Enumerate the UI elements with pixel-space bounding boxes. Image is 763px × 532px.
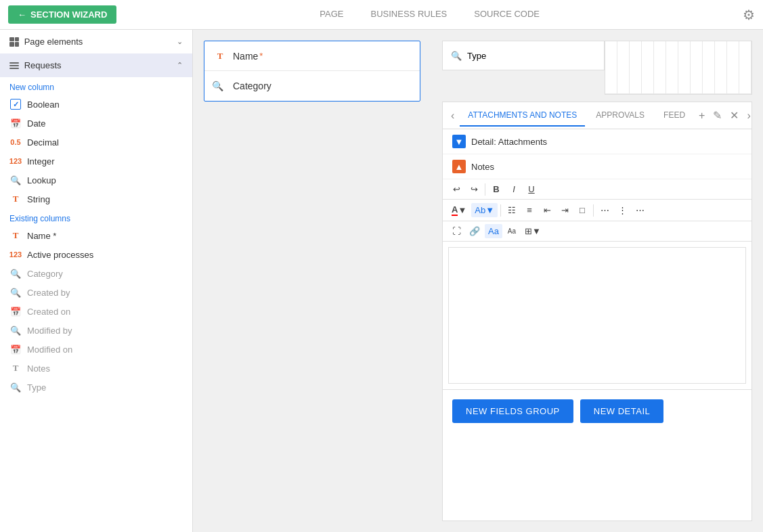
align-center-button[interactable]: ⋮ — [614, 203, 630, 217]
sidebar-item-lookup[interactable]: 🔍 Lookup — [0, 171, 192, 190]
font-size-a-button[interactable]: Aa — [485, 224, 502, 238]
tab-attachments-notes[interactable]: ATTACHMENTS AND NOTES — [460, 105, 585, 127]
chevron-up-icon: ⌃ — [177, 61, 183, 70]
notes-label: Notes — [27, 363, 50, 374]
requests-label: Requests — [24, 60, 62, 70]
tab-source-code[interactable]: SOURCE CODE — [460, 1, 553, 28]
detail-attachments-label: Detail: Attachments — [471, 137, 547, 147]
new-fields-group-button[interactable]: NEW FIELDS GROUP — [452, 399, 573, 423]
undo-button[interactable]: ↩ — [448, 182, 464, 196]
boolean-icon: ✓ — [10, 99, 21, 110]
sidebar-item-decimal[interactable]: 0.5 Decimal — [0, 133, 192, 152]
sidebar-item-date[interactable]: 📅 Date — [0, 114, 192, 133]
image-button[interactable]: ⛶ — [448, 224, 464, 238]
type-icon: 🔍 — [10, 382, 21, 393]
toolbar-separator — [500, 204, 501, 217]
section-wizard-button[interactable]: ← SECTION WIZARD — [8, 5, 116, 24]
sidebar-item-integer[interactable]: 123 Integer — [0, 152, 192, 171]
attachments-collapse-icon: ▼ — [452, 135, 466, 148]
category-icon: 🔍 — [10, 269, 21, 279]
right-panel: 🔍 Type ‹ ATTACH — [431, 30, 763, 532]
font-size-b-button[interactable]: Aa — [504, 225, 520, 237]
align-left-button[interactable]: ⋯ — [596, 203, 613, 217]
type-label: Type — [27, 382, 46, 393]
sidebar-page-elements-header[interactable]: Page elements ⌄ — [0, 30, 192, 53]
active-processes-label: Active processes — [27, 250, 93, 260]
created-by-label: Created by — [27, 288, 70, 298]
type-field-card[interactable]: 🔍 Type — [442, 41, 605, 70]
sidebar-item-boolean[interactable]: ✓ Boolean — [0, 95, 192, 114]
indent-inc-button[interactable]: ⇥ — [557, 203, 573, 217]
string-icon: T — [13, 194, 19, 204]
grid-cell — [678, 41, 691, 94]
settings-icon[interactable]: ⚙ — [743, 7, 755, 23]
indent-dec-button[interactable]: ⇤ — [539, 203, 555, 217]
rich-text-toolbar-row2: A▼ Ab▼ ☷ ≡ ⇤ ⇥ □ ⋯ ⋮ ⋯ — [443, 200, 751, 221]
tab-business-rules[interactable]: BUSINESS RULES — [357, 1, 461, 28]
table-button[interactable]: ⊞▼ — [521, 224, 544, 238]
category-field-row[interactable]: 🔍 Category — [204, 71, 420, 101]
ordered-list-button[interactable]: ☷ — [504, 203, 520, 217]
att-tab-actions: + ✎ ✕ — [696, 106, 741, 125]
tab-page[interactable]: PAGE — [306, 1, 357, 28]
sidebar-item-category[interactable]: 🔍 Category — [0, 264, 192, 283]
notes-row-label: Notes — [471, 162, 494, 172]
sidebar-item-string[interactable]: T String — [0, 190, 192, 208]
grid-placeholder — [605, 41, 752, 95]
date-icon: 📅 — [10, 118, 21, 129]
unordered-list-button[interactable]: ≡ — [521, 203, 538, 217]
hamburger-icon — [9, 62, 19, 69]
grid-cell — [605, 41, 617, 94]
tab-feed[interactable]: FEED — [655, 105, 693, 127]
expand-button[interactable]: □ — [574, 203, 590, 217]
attachments-header: ‹ ATTACHMENTS AND NOTES APPROVALS FEED +… — [443, 102, 751, 129]
decimal-icon: 0.5 — [10, 138, 20, 146]
italic-button[interactable]: I — [506, 182, 522, 196]
toolbar-separator — [485, 183, 485, 196]
date-label: Date — [27, 118, 45, 129]
sidebar-requests-header[interactable]: Requests ⌃ — [0, 53, 192, 77]
created-by-icon: 🔍 — [10, 288, 21, 298]
sidebar-item-name[interactable]: T Name * — [0, 226, 192, 245]
tab-approvals[interactable]: APPROVALS — [588, 105, 653, 127]
sidebar-item-notes[interactable]: T Notes — [0, 359, 192, 378]
name-field-icon: T — [217, 51, 223, 62]
att-close-button[interactable]: ✕ — [727, 106, 741, 125]
detail-attachments-row[interactable]: ▼ Detail: Attachments — [443, 129, 751, 154]
category-field-label: Category — [233, 81, 271, 91]
sidebar-item-active-processes[interactable]: 123 Active processes — [0, 245, 192, 264]
attachments-panel: ‹ ATTACHMENTS AND NOTES APPROVALS FEED +… — [442, 102, 752, 521]
font-color-button[interactable]: A▼ — [448, 202, 470, 218]
redo-button[interactable]: ↪ — [466, 182, 482, 196]
font-bg-button[interactable]: Ab▼ — [471, 203, 498, 217]
att-prev-button[interactable]: ‹ — [448, 107, 457, 125]
toolbar-separator — [593, 204, 594, 217]
decimal-label: Decimal — [27, 137, 59, 148]
bold-button[interactable]: B — [488, 182, 504, 196]
sidebar-item-created-on[interactable]: 📅 Created on — [0, 302, 192, 321]
sidebar-item-type[interactable]: 🔍 Type — [0, 378, 192, 397]
new-detail-button[interactable]: NEW DETAIL — [580, 399, 664, 423]
name-field-row[interactable]: T Name * — [204, 41, 420, 71]
rich-text-toolbar-row3: ⛶ 🔗 Aa Aa ⊞▼ — [443, 221, 751, 242]
modified-by-label: Modified by — [27, 326, 72, 336]
boolean-label: Boolean — [27, 99, 60, 110]
notes-row[interactable]: ▲ Notes — [443, 154, 751, 179]
att-next-button[interactable]: › — [744, 107, 753, 125]
underline-button[interactable]: U — [523, 182, 540, 196]
att-add-button[interactable]: + — [696, 106, 707, 125]
type-row: 🔍 Type — [442, 41, 752, 95]
att-edit-button[interactable]: ✎ — [710, 106, 724, 125]
sidebar-item-modified-on[interactable]: 📅 Modified on — [0, 340, 192, 359]
integer-icon: 123 — [9, 157, 22, 165]
page-elements-label: Page elements — [24, 37, 83, 47]
align-right-button[interactable]: ⋯ — [632, 203, 648, 217]
string-label: String — [27, 194, 50, 204]
grid-cell — [715, 41, 727, 94]
sidebar-item-created-by[interactable]: 🔍 Created by — [0, 283, 192, 302]
grid-cell — [642, 41, 654, 94]
sidebar-item-modified-by[interactable]: 🔍 Modified by — [0, 321, 192, 340]
active-processes-icon: 123 — [9, 250, 22, 259]
link-button[interactable]: 🔗 — [466, 224, 483, 238]
rich-text-editor[interactable] — [449, 248, 745, 383]
